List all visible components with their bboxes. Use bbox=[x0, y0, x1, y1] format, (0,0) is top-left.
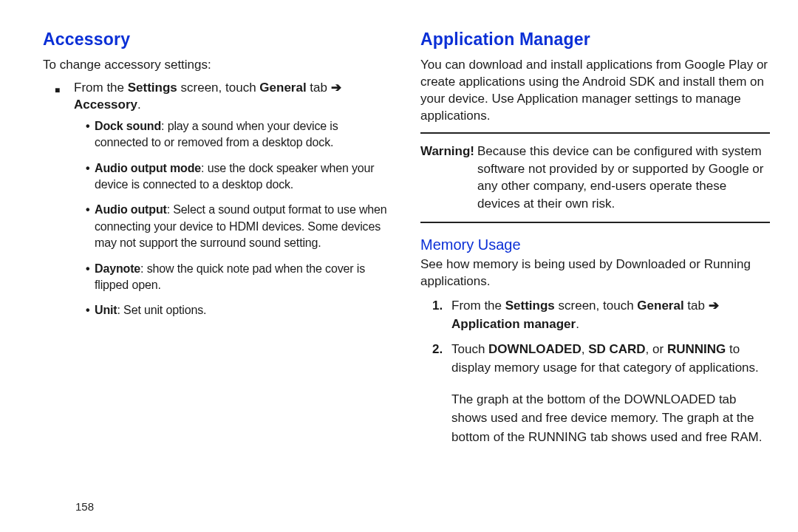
step-text: Touch DOWNLOADED, SD CARD, or RUNNING to… bbox=[451, 340, 770, 378]
t: . bbox=[576, 317, 579, 331]
t: Settings bbox=[128, 81, 177, 95]
t: tab bbox=[684, 299, 709, 313]
item-title: Audio output bbox=[95, 203, 167, 216]
item-title: Dock sound bbox=[95, 120, 161, 132]
list-item: Audio output mode: use the dock speaker … bbox=[86, 160, 392, 194]
t: screen, touch bbox=[555, 299, 638, 313]
t: tab bbox=[307, 81, 331, 95]
t: RUNNING bbox=[667, 342, 726, 356]
t: DOWNLOADED bbox=[488, 342, 582, 356]
t: General bbox=[637, 299, 683, 313]
item-title: Unit bbox=[95, 304, 117, 316]
t: . bbox=[137, 98, 141, 112]
item-body: : Set unit options. bbox=[117, 304, 207, 316]
step-text: From the Settings screen, touch General … bbox=[451, 296, 770, 334]
page-number: 158 bbox=[75, 500, 94, 513]
warning-block: Warning! Because this device can be conf… bbox=[420, 141, 770, 214]
step-number: 1. bbox=[432, 296, 451, 334]
square-bullet-icon: ■ bbox=[55, 80, 74, 114]
t: From the bbox=[74, 81, 128, 95]
arrow-icon: ➔ bbox=[331, 81, 341, 95]
t: Settings bbox=[505, 299, 555, 313]
subheading-memory: Memory Usage bbox=[420, 236, 770, 253]
divider bbox=[420, 132, 770, 134]
warning-label: Warning! bbox=[420, 143, 477, 213]
manual-page: Accessory To change accessory settings: … bbox=[0, 0, 798, 532]
sub-intro: See how memory is being used by Download… bbox=[420, 256, 770, 290]
list-item: Dock sound: play a sound when your devic… bbox=[86, 118, 392, 151]
t: Application manager bbox=[451, 317, 576, 331]
list-item: 1. From the Settings screen, touch Gener… bbox=[432, 296, 770, 334]
list-item: Audio output: Select a sound output form… bbox=[86, 202, 392, 251]
list-item: 2. Touch DOWNLOADED, SD CARD, or RUNNING… bbox=[432, 340, 770, 378]
t: SD CARD bbox=[588, 342, 645, 356]
bullet-list: Dock sound: play a sound when your devic… bbox=[86, 118, 392, 319]
intro-text: To change accessory settings: bbox=[43, 57, 392, 74]
t: screen, touch bbox=[177, 81, 260, 95]
heading-accessory: Accessory bbox=[43, 30, 392, 50]
t: , bbox=[582, 342, 588, 356]
instruction-step: ■ From the Settings screen, touch Genera… bbox=[55, 80, 392, 114]
t: , or bbox=[646, 342, 667, 356]
list-item: Daynote: show the quick note pad when th… bbox=[86, 261, 392, 294]
t: General bbox=[259, 81, 306, 95]
divider bbox=[420, 222, 770, 223]
left-column: Accessory To change accessory settings: … bbox=[43, 30, 413, 517]
right-column: Application Manager You can download and… bbox=[413, 30, 770, 517]
list-item: Unit: Set unit options. bbox=[86, 302, 392, 318]
numbered-steps: 1. From the Settings screen, touch Gener… bbox=[432, 296, 770, 378]
t: Touch bbox=[451, 342, 488, 356]
t: Accessory bbox=[74, 98, 137, 112]
trailing-paragraph: The graph at the bottom of the DOWNLOADE… bbox=[451, 390, 770, 447]
item-title: Daynote bbox=[95, 262, 140, 275]
step-number: 2. bbox=[432, 340, 451, 378]
item-title: Audio output mode bbox=[95, 162, 201, 174]
heading-app-manager: Application Manager bbox=[420, 30, 770, 50]
t: From the bbox=[451, 299, 505, 313]
arrow-icon: ➔ bbox=[709, 299, 719, 313]
intro-text: You can download and install application… bbox=[420, 57, 770, 125]
step-text: From the Settings screen, touch General … bbox=[74, 80, 392, 114]
warning-text: Because this device can be configured wi… bbox=[477, 143, 770, 213]
